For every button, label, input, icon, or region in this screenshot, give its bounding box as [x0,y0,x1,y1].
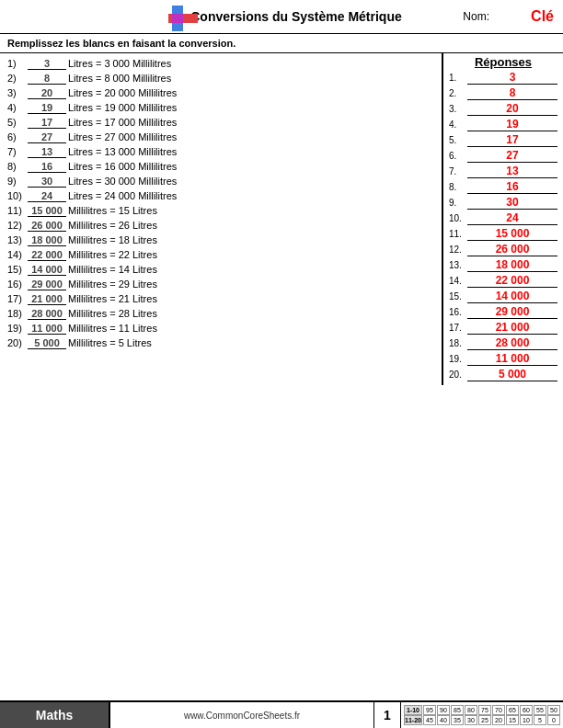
question-number: 6) [7,131,28,142]
score-cell: 35 [451,715,464,725]
answer-line: 22 000 [467,274,557,288]
answer-value: 14 000 [496,290,530,302]
answer-value: 21 000 [496,321,530,334]
question-answer: 13 [28,146,66,158]
header: Conversions du Système Métrique Nom: Clé [0,0,563,34]
answer-line: 18 000 [467,258,557,272]
answer-line: 28 000 [467,336,557,350]
answer-value: 15 000 [496,227,530,240]
question-answer: 3 [28,58,66,70]
question-answer: 29 000 [28,279,66,290]
question-row: 18)28 000 Millilitres = 28 Litres [7,308,434,320]
instructions: Remplissez les blancs en faisant la conv… [0,34,563,53]
score-cell: 60 [520,705,533,715]
question-number: 19) [7,323,28,334]
answer-row: 16.29 000 [449,305,557,319]
question-text: Litres = 20 000 Millilitres [68,87,177,98]
answer-row: 14.22 000 [449,274,557,288]
answer-row: 8.16 [449,180,557,194]
footer-url: www.CommonCoreSheets.fr [110,702,373,728]
question-row: 5)17 Litres = 17 000 Millilitres [7,117,434,129]
answer-line: 30 [467,196,557,210]
answer-value: 8 [510,86,516,99]
answer-row: 1.3 [449,71,557,85]
question-row: 19)11 000 Millilitres = 11 Litres [7,323,434,335]
question-text: Millilitres = 15 Litres [68,205,157,216]
answer-line: 24 [467,211,557,225]
answer-line: 16 [467,180,557,194]
answer-value: 28 000 [496,336,530,349]
question-text: Litres = 3 000 Millilitres [68,58,171,69]
question-text: Millilitres = 29 Litres [68,279,157,290]
answer-row: 2.8 [449,86,557,100]
answers-section: Réponses 1.32.83.204.195.176.277.138.169… [443,53,563,385]
question-answer: 11 000 [28,323,66,335]
answer-row: 10.24 [449,211,557,225]
nom-label: Nom: [463,10,489,23]
answer-line: 21 000 [467,321,557,335]
logo [168,6,198,31]
question-answer: 19 [28,102,66,114]
question-text: Litres = 17 000 Millilitres [68,117,177,128]
question-number: 20) [7,337,28,348]
answer-value: 30 [506,196,518,209]
score-cell: 95 [423,705,436,715]
answer-line: 27 [467,149,557,163]
answer-row: 7.13 [449,165,557,178]
answer-row: 9.30 [449,196,557,210]
question-answer: 14 000 [28,264,66,276]
score-cell: 0 [547,715,560,725]
question-answer: 24 [28,190,66,202]
answer-value: 5 000 [499,368,526,381]
question-number: 4) [7,102,28,113]
answer-value: 20 [506,102,518,115]
answer-number: 18. [449,338,467,348]
score-cell: 5 [534,715,546,725]
footer-page: 1 [373,702,401,728]
question-row: 8)16 Litres = 16 000 Millilitres [7,161,434,173]
answer-value: 17 [506,133,518,146]
answer-line: 3 [467,71,557,85]
question-row: 16)29 000 Millilitres = 29 Litres [7,279,434,290]
page-title: Conversions du Système Métrique [190,9,402,24]
answer-value: 13 [506,165,518,177]
answer-number: 8. [449,182,467,192]
answer-value: 27 [506,149,518,162]
question-row: 20)5 000 Millilitres = 5 Litres [7,337,434,349]
question-text: Litres = 8 000 Millilitres [68,73,171,84]
score-cell: 45 [423,715,436,725]
answer-value: 16 [506,180,518,193]
answer-row: 19.11 000 [449,352,557,366]
question-number: 10) [7,190,28,201]
answer-line: 8 [467,86,557,100]
question-number: 11) [7,205,28,216]
question-text: Litres = 16 000 Millilitres [68,161,177,172]
question-row: 3)20 Litres = 20 000 Millilitres [7,87,434,99]
score-cell: 55 [534,705,546,715]
question-answer: 15 000 [28,205,66,217]
score-cell: 40 [437,715,450,725]
answer-row: 20.5 000 [449,368,557,381]
question-number: 3) [7,87,28,98]
question-text: Millilitres = 5 Litres [68,337,152,348]
question-number: 13) [7,234,28,245]
answer-number: 1. [449,73,467,83]
question-answer: 22 000 [28,249,66,261]
answer-number: 15. [449,291,467,301]
answer-number: 3. [449,104,467,114]
question-text: Millilitres = 28 Litres [68,308,157,319]
answer-row: 15.14 000 [449,290,557,303]
question-number: 9) [7,176,28,187]
question-text: Millilitres = 22 Litres [68,249,157,260]
answer-row: 3.20 [449,102,557,116]
question-answer: 20 [28,87,66,99]
score-cell: 85 [451,705,464,715]
answer-value: 19 [506,118,518,131]
answer-line: 14 000 [467,290,557,303]
answer-row: 5.17 [449,133,557,147]
answer-value: 22 000 [496,274,530,287]
question-text: Millilitres = 18 Litres [68,234,157,245]
answers-header: Réponses [449,55,557,69]
question-row: 4)19 Litres = 19 000 Millilitres [7,102,434,114]
question-number: 15) [7,264,28,275]
